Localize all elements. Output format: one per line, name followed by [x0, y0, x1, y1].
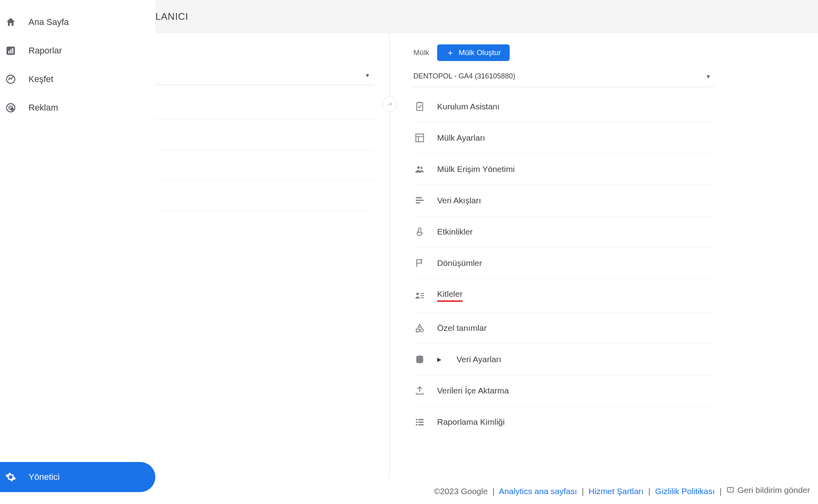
property-column-header: Mülk ＋ Mülk Oluştur	[413, 45, 714, 60]
setup-assistant-item[interactable]: Kurulum Asistanı	[413, 91, 714, 122]
bar-chart-icon	[4, 45, 17, 56]
audiences-item[interactable]: Kitleler	[413, 279, 714, 313]
svg-rect-17	[419, 422, 424, 423]
svg-rect-8	[420, 293, 424, 294]
flag-icon	[413, 258, 426, 268]
svg-rect-21	[8, 51, 10, 53]
streams-icon	[413, 195, 426, 206]
clipboard-check-icon	[413, 101, 426, 112]
expand-caret-icon: ▶	[437, 356, 441, 363]
footer-copyright: ©2023 Google	[434, 487, 488, 496]
svg-point-2	[417, 166, 420, 169]
property-column: Mülk ＋ Mülk Oluştur DENTOPOL - GA4 (3161…	[389, 33, 730, 504]
touch-icon	[413, 227, 426, 237]
target-click-icon	[4, 102, 17, 113]
data-streams-item[interactable]: Veri Akışları	[413, 185, 714, 216]
property-column-label: Mülk	[413, 48, 429, 57]
reporting-identity-item[interactable]: Raporlama Kimliği	[413, 407, 714, 437]
footer-link-analytics-home[interactable]: Analytics ana sayfası	[499, 487, 577, 496]
nav-home[interactable]: Ana Sayfa	[0, 8, 155, 36]
svg-rect-23	[12, 48, 13, 53]
audience-icon	[413, 290, 426, 301]
audiences-label-highlighted: Kitleler	[437, 289, 463, 302]
events-item[interactable]: Etkinlikler	[413, 216, 714, 248]
conversions-item[interactable]: Dönüşümler	[413, 248, 714, 279]
svg-rect-4	[416, 197, 422, 198]
data-settings-item[interactable]: ▶ Veri Ayarları	[413, 344, 714, 375]
create-property-button[interactable]: ＋ Mülk Oluştur	[437, 44, 510, 61]
svg-rect-9	[420, 295, 424, 296]
svg-point-12	[420, 329, 424, 332]
feedback-icon	[726, 486, 734, 494]
footer-link-privacy[interactable]: Gizlilik Politikası	[655, 487, 715, 496]
home-icon	[4, 17, 17, 28]
people-icon	[413, 164, 426, 174]
svg-point-7	[416, 292, 419, 295]
footer-feedback-link[interactable]: Geri bildirim gönder	[726, 485, 810, 495]
database-icon	[413, 354, 426, 365]
property-settings-item[interactable]: Mülk Ayarları	[413, 122, 714, 154]
svg-rect-15	[419, 419, 424, 420]
svg-rect-6	[416, 202, 420, 203]
svg-rect-1	[416, 134, 424, 142]
data-import-item[interactable]: Verileri İçe Aktarma	[413, 375, 714, 407]
property-access-management-item[interactable]: Mülk Erişim Yönetimi	[413, 154, 714, 185]
svg-point-3	[420, 167, 422, 169]
footer-link-terms[interactable]: Hizmet Şartları	[589, 487, 644, 496]
upload-icon	[413, 386, 426, 396]
id-icon	[413, 417, 426, 427]
nav-admin[interactable]: Yönetici	[0, 462, 155, 492]
nav-reports[interactable]: Raporlar	[0, 36, 155, 65]
svg-rect-5	[416, 200, 424, 201]
sidebar-nav: Ana Sayfa Raporlar Keşfet Reklam Yönetic…	[0, 0, 155, 504]
property-selector-dropdown[interactable]: DENTOPOL - GA4 (316105880) ▼	[413, 68, 714, 87]
plus-icon: ＋	[446, 48, 455, 57]
svg-rect-14	[416, 419, 417, 420]
caret-down-icon: ▼	[365, 72, 370, 78]
property-selector-value: DENTOPOL - GA4 (316105880)	[413, 72, 515, 80]
nav-explore[interactable]: Keşfet	[0, 65, 155, 94]
svg-rect-10	[420, 297, 424, 298]
explore-icon	[4, 74, 17, 85]
svg-rect-22	[10, 50, 11, 54]
svg-rect-0	[417, 103, 422, 111]
header-title-partial: LANICI	[155, 11, 188, 22]
arrow-right-icon	[386, 101, 393, 108]
svg-rect-16	[416, 422, 417, 423]
nav-advertising[interactable]: Reklam	[0, 94, 155, 122]
svg-rect-19	[419, 424, 424, 425]
column-navigate-arrow[interactable]	[382, 97, 397, 112]
caret-down-icon: ▼	[705, 73, 711, 80]
shapes-icon	[413, 323, 426, 333]
gear-icon	[4, 472, 17, 483]
custom-definitions-item[interactable]: Özel tanımlar	[413, 313, 714, 344]
property-settings-list: Kurulum Asistanı Mülk Ayarları Mülk Eriş…	[413, 91, 714, 437]
svg-rect-11	[416, 329, 419, 332]
layout-icon	[413, 133, 426, 143]
svg-rect-18	[416, 424, 417, 425]
